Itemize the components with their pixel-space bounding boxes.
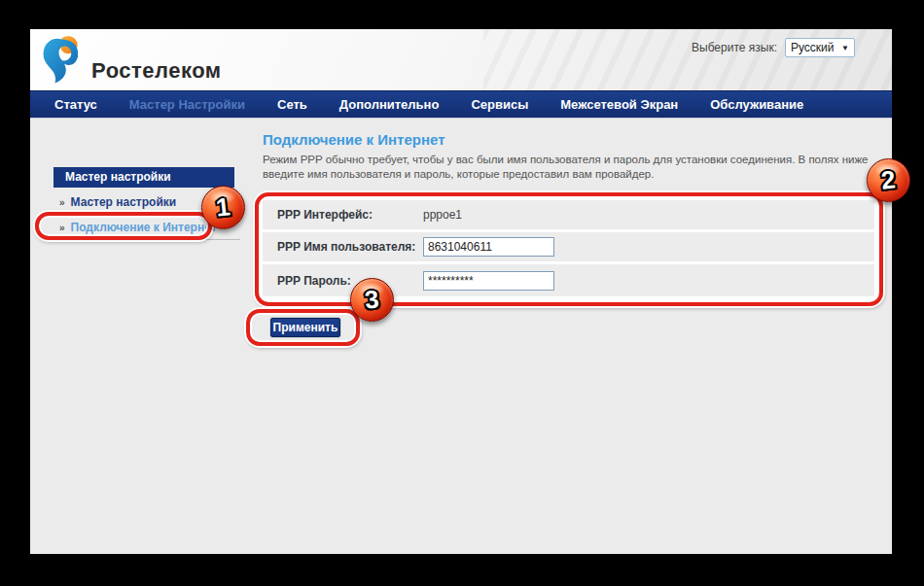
ppp-password-label: PPP Пароль: <box>263 274 423 288</box>
ppp-form: PPP Интерфейс: pppoe1 PPP Имя пользовате… <box>259 196 878 300</box>
nav-item-maintenance[interactable]: Обслуживание <box>710 97 803 112</box>
form-row-password: PPP Пароль: <box>263 264 874 296</box>
page-description: Режим PPP обычно требует, чтобы у вас бы… <box>263 153 881 182</box>
sidebar-item-label: Мастер настройки <box>71 195 177 209</box>
nav-item-services[interactable]: Сервисы <box>471 97 528 112</box>
screenshot-frame: Ростелеком Выберите язык: Русский ▼ Стат… <box>0 0 924 586</box>
sidebar-item-internet-connection[interactable]: »Подключение к Интернет <box>53 215 240 240</box>
nav-item-network[interactable]: Сеть <box>277 97 307 112</box>
sidebar-item-label: Подключение к Интернет <box>71 221 217 234</box>
ppp-password-input[interactable] <box>423 271 554 291</box>
annotation-step-2-number: 2 <box>880 164 898 195</box>
main-nav: Статус Мастер Настройки Сеть Дополнитель… <box>30 90 892 119</box>
ppp-interface-value: pppoe1 <box>423 208 462 222</box>
form-row-username: PPP Имя пользователя: <box>263 232 874 261</box>
logo-wordmark: Ростелеком <box>91 58 222 84</box>
nav-item-status[interactable]: Статус <box>54 97 97 112</box>
chevron-down-icon: ▼ <box>841 44 849 52</box>
apply-button[interactable]: Применить <box>270 318 340 337</box>
sidebar-header: Мастер настройки <box>53 167 234 188</box>
language-selected-value: Русский <box>791 41 835 54</box>
rostelecom-swirl-icon <box>43 34 78 86</box>
chevron-right-icon: » <box>59 223 65 233</box>
language-selector-row: Выберите язык: Русский ▼ <box>692 38 855 57</box>
ppp-username-label: PPP Имя пользователя: <box>263 240 423 254</box>
nav-item-wizard[interactable]: Мастер Настройки <box>129 97 245 112</box>
form-row-interface: PPP Интерфейс: pppoe1 <box>263 200 874 229</box>
sidebar-item-wizard[interactable]: »Мастер настройки <box>53 190 240 215</box>
page-title: Подключение к Интернет <box>263 131 445 148</box>
language-select[interactable]: Русский ▼ <box>785 38 855 57</box>
chevron-right-icon: » <box>59 197 65 208</box>
ppp-username-input[interactable] <box>423 237 554 257</box>
page-header: Ростелеком Выберите язык: Русский ▼ <box>30 29 892 90</box>
nav-item-firewall[interactable]: Межсетевой Экран <box>560 97 678 112</box>
language-label: Выберите язык: <box>692 41 777 54</box>
rostelecom-logo: Ростелеком <box>43 34 78 86</box>
nav-item-advanced[interactable]: Дополнительно <box>339 97 440 112</box>
ppp-interface-label: PPP Интерфейс: <box>263 208 423 222</box>
router-admin-page: Ростелеком Выберите язык: Русский ▼ Стат… <box>30 29 892 554</box>
